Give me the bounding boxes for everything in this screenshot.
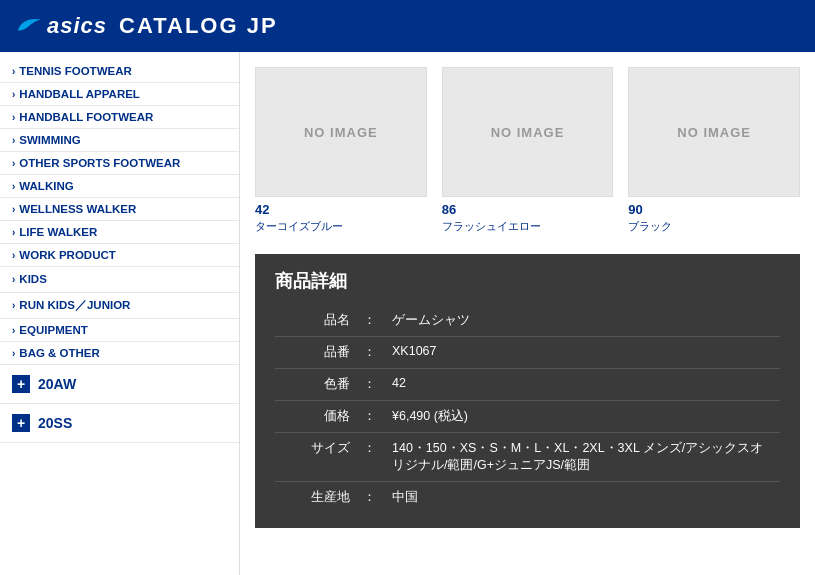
sidebar-item-handball-footwear[interactable]: › HANDBALL FOOTWEAR [0, 106, 239, 129]
image-card-img3[interactable]: NO IMAGE 90 ブラック [628, 67, 800, 234]
field-value: 中国 [384, 482, 780, 514]
sidebar-label-handball-footwear: HANDBALL FOOTWEAR [19, 111, 153, 123]
field-value: ゲームシャツ [384, 305, 780, 337]
season-label-20aw: 20AW [38, 376, 76, 392]
sidebar-item-handball-apparel[interactable]: › HANDBALL APPAREL [0, 83, 239, 106]
sidebar-label-equipment: EQUIPMENT [19, 324, 87, 336]
detail-row-サイズ: サイズ ： 140・150・XS・S・M・L・XL・2XL・3XL メンズ/アシ… [275, 433, 780, 482]
sidebar-item-bag-other[interactable]: › BAG & OTHER [0, 342, 239, 365]
color-name: ターコイズブルー [255, 219, 427, 234]
sidebar-item-life-walker[interactable]: › LIFE WALKER [0, 221, 239, 244]
season-plus-icon: + [12, 414, 30, 432]
field-value: 42 [384, 369, 780, 401]
field-separator: ： [355, 305, 384, 337]
image-row: NO IMAGE 42 ターコイズブルー NO IMAGE 86 フラッシュイエ… [255, 67, 800, 234]
sidebar-item-work-product[interactable]: › WORK PRODUCT [0, 244, 239, 267]
field-label: 品名 [275, 305, 355, 337]
field-label: 品番 [275, 337, 355, 369]
chevron-right-icon: › [12, 89, 15, 100]
field-label: 生産地 [275, 482, 355, 514]
sidebar-label-life-walker: LIFE WALKER [19, 226, 97, 238]
field-label: 価格 [275, 401, 355, 433]
chevron-right-icon: › [12, 204, 15, 215]
chevron-right-icon: › [12, 274, 15, 285]
chevron-right-icon: › [12, 181, 15, 192]
field-separator: ： [355, 482, 384, 514]
sidebar-label-work-product: WORK PRODUCT [19, 249, 115, 261]
color-number: 90 [628, 202, 800, 217]
chevron-right-icon: › [12, 300, 15, 311]
field-separator: ： [355, 401, 384, 433]
sidebar-label-walking: WALKING [19, 180, 73, 192]
sidebar-item-walking[interactable]: › WALKING [0, 175, 239, 198]
sidebar-item-kids-suku2[interactable]: › KIDS [0, 267, 239, 293]
asics-swoosh-icon [15, 12, 43, 40]
sidebar-item-tennis-footwear[interactable]: › TENNIS FOOTWEAR [0, 60, 239, 83]
field-separator: ： [355, 433, 384, 482]
sidebar-label-swimming: SWIMMING [19, 134, 80, 146]
sidebar-label-run-kids-junior: RUN KIDS／JUNIOR [19, 298, 130, 313]
chevron-right-icon: › [12, 158, 15, 169]
detail-row-価格: 価格 ： ¥6,490 (税込) [275, 401, 780, 433]
field-value: ¥6,490 (税込) [384, 401, 780, 433]
logo-container: asics CATALOG JP [15, 12, 278, 40]
sidebar-label-bag-other: BAG & OTHER [19, 347, 100, 359]
product-detail-title: 商品詳細 [275, 269, 780, 293]
field-separator: ： [355, 337, 384, 369]
no-image-box: NO IMAGE [255, 67, 427, 197]
field-label: サイズ [275, 433, 355, 482]
header: asics CATALOG JP [0, 0, 815, 52]
image-card-img1[interactable]: NO IMAGE 42 ターコイズブルー [255, 67, 427, 234]
chevron-right-icon: › [12, 325, 15, 336]
color-name: ブラック [628, 219, 800, 234]
sidebar-season-20ss[interactable]: + 20SS [0, 404, 239, 443]
sidebar-label-tennis-footwear: TENNIS FOOTWEAR [19, 65, 131, 77]
catalog-title: CATALOG JP [119, 13, 278, 39]
main-layout: › TENNIS FOOTWEAR › HANDBALL APPAREL › H… [0, 52, 815, 575]
content-area: NO IMAGE 42 ターコイズブルー NO IMAGE 86 フラッシュイエ… [240, 52, 815, 575]
sidebar-label-kids-suku2: KIDS [19, 272, 58, 287]
season-label-20ss: 20SS [38, 415, 72, 431]
sidebar-seasons: + 20AW + 20SS [0, 365, 239, 443]
chevron-right-icon: › [12, 348, 15, 359]
sidebar: › TENNIS FOOTWEAR › HANDBALL APPAREL › H… [0, 52, 240, 575]
color-name: フラッシュイエロー [442, 219, 614, 234]
brand-name: asics [47, 13, 107, 39]
field-label: 色番 [275, 369, 355, 401]
sidebar-item-equipment[interactable]: › EQUIPMENT [0, 319, 239, 342]
sidebar-label-other-sports-footwear: OTHER SPORTS FOOTWEAR [19, 157, 180, 169]
detail-row-色番: 色番 ： 42 [275, 369, 780, 401]
sidebar-item-other-sports-footwear[interactable]: › OTHER SPORTS FOOTWEAR [0, 152, 239, 175]
chevron-right-icon: › [12, 227, 15, 238]
detail-table: 品名 ： ゲームシャツ 品番 ： XK1067 色番 ： 42 価格 ： ¥6,… [275, 305, 780, 513]
chevron-right-icon: › [12, 66, 15, 77]
sidebar-item-wellness-walker[interactable]: › WELLNESS WALKER [0, 198, 239, 221]
field-value: XK1067 [384, 337, 780, 369]
detail-row-品番: 品番 ： XK1067 [275, 337, 780, 369]
product-detail-section: 商品詳細 品名 ： ゲームシャツ 品番 ： XK1067 色番 ： 42 価格 … [255, 254, 800, 528]
image-card-img2[interactable]: NO IMAGE 86 フラッシュイエロー [442, 67, 614, 234]
chevron-right-icon: › [12, 250, 15, 261]
season-plus-icon: + [12, 375, 30, 393]
sidebar-nav: › TENNIS FOOTWEAR › HANDBALL APPAREL › H… [0, 60, 239, 365]
color-number: 86 [442, 202, 614, 217]
chevron-right-icon: › [12, 112, 15, 123]
chevron-right-icon: › [12, 135, 15, 146]
field-value: 140・150・XS・S・M・L・XL・2XL・3XL メンズ/アシックスオリジ… [384, 433, 780, 482]
field-separator: ： [355, 369, 384, 401]
sidebar-item-swimming[interactable]: › SWIMMING [0, 129, 239, 152]
no-image-box: NO IMAGE [628, 67, 800, 197]
detail-row-生産地: 生産地 ： 中国 [275, 482, 780, 514]
sidebar-label-handball-apparel: HANDBALL APPAREL [19, 88, 140, 100]
no-image-box: NO IMAGE [442, 67, 614, 197]
sidebar-item-run-kids-junior[interactable]: › RUN KIDS／JUNIOR [0, 293, 239, 319]
color-number: 42 [255, 202, 427, 217]
sidebar-label-wellness-walker: WELLNESS WALKER [19, 203, 136, 215]
asics-logo: asics [15, 12, 107, 40]
detail-row-品名: 品名 ： ゲームシャツ [275, 305, 780, 337]
sidebar-season-20aw[interactable]: + 20AW [0, 365, 239, 404]
